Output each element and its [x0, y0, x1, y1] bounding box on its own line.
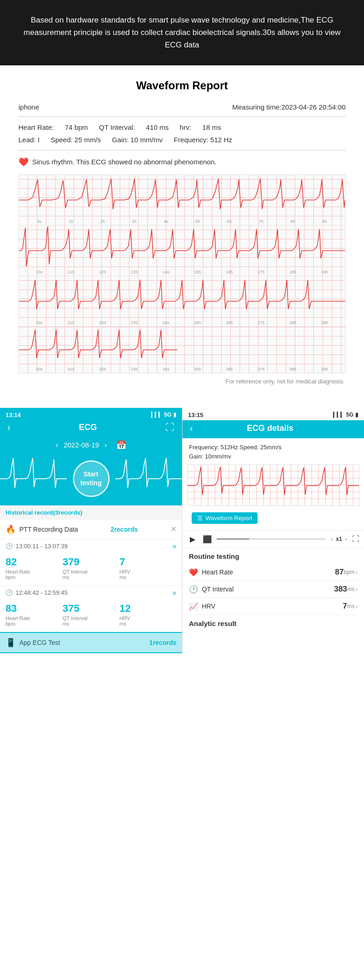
strip-labels-2: 10s11512513514s155165175185195 [19, 270, 345, 274]
hr-label: Heart Rate: [18, 123, 54, 131]
r1-hr-label: Heart Rate [6, 569, 30, 574]
banner-text: Based on hardware standards for smart pu… [23, 16, 341, 49]
ptt-icon: 🔥 [6, 524, 16, 534]
r1-qt-label: QT Interval [63, 569, 88, 574]
speed-value: x1 [336, 536, 342, 542]
divider-2 [18, 150, 346, 151]
analytic-result-title: Analytic result [182, 615, 364, 629]
app-ecg-icon: 📱 [6, 638, 16, 648]
qt-metric-label: QT Interval [202, 586, 234, 593]
start-testing-button[interactable]: Start testing [73, 460, 110, 497]
fullscreen-icon[interactable]: ⛶ [352, 535, 359, 543]
record2-arrow[interactable]: » [172, 589, 176, 597]
record1-stats: 82 Heart Rate bpm 379 QT Interval ms 7 H… [0, 553, 182, 586]
date-prev-icon[interactable]: ‹ [56, 441, 58, 449]
report-section: Waveform Report iphone Measuring time:20… [0, 65, 364, 408]
right-phone-header: ‹ ECG details [182, 420, 364, 438]
record1-time: 13:00:11 - 13:07:39 [16, 543, 68, 550]
clock-icon-2: 🕐 [6, 589, 13, 596]
historical-section: Historical record(3records) [0, 505, 182, 520]
r1-hr-value: 82 [6, 556, 17, 568]
ptt-record-group: 🔥 PTT Recording Data 2records ✕ 🕐 13:00:… [0, 520, 182, 632]
r1-hr-unit: bpm [6, 574, 15, 580]
hrv-metric-icon: 📈 [189, 602, 198, 611]
speed-prev-icon[interactable]: ‹ [329, 535, 334, 543]
date-nav: ‹ 2022-08-19 › 📅 [0, 436, 182, 452]
hr-value: 74 bpm [65, 123, 88, 131]
r2-hrv-value: 12 [119, 603, 130, 615]
hrv-label: hrv: [180, 123, 191, 131]
left-status-bar: 13:14 ▎▎▎ 5G ▮ [0, 408, 182, 420]
calendar-icon[interactable]: 📅 [116, 440, 126, 450]
right-signal-bars: ▎▎▎ [333, 412, 344, 418]
qt-metric-value: 383 ms › [334, 585, 358, 594]
measuring-time: Measuring time:2023-04-26 20:54:00 [232, 103, 346, 111]
ecg-strip-2: 10s11512513514s155165175185195 [19, 226, 345, 276]
speed-next-icon[interactable]: › [344, 535, 348, 543]
right-header-title: ECG details [247, 423, 294, 433]
ecg-strip-4: 30s31532533534s355365375385395 [19, 327, 345, 373]
play-button[interactable]: ▶ [187, 533, 198, 545]
qt-chevron-icon: › [355, 586, 358, 593]
top-banner: Based on hardware standards for smart pu… [0, 0, 364, 65]
left-header-title: ECG [79, 423, 97, 432]
left-back-icon[interactable]: ‹ [7, 422, 11, 433]
left-signal-bars: ▎▎▎ [151, 412, 162, 418]
right-battery-icon: ▮ [355, 412, 358, 418]
right-back-icon[interactable]: ‹ [190, 423, 193, 434]
phones-section: 13:14 ▎▎▎ 5G ▮ ‹ ECG ⛶ ‹ 2022-08-19 › 📅 [0, 408, 364, 653]
report-meta-row: iphone Measuring time:2023-04-26 20:54:0… [18, 103, 346, 111]
heart-icon: ❤️ [18, 157, 29, 167]
ptt-label: PTT Recording Data [19, 526, 78, 533]
frequency-speed-text: Frequency: 512Hz Speed: 25mm/s [189, 443, 358, 452]
clock-icon-1: 🕐 [6, 543, 13, 550]
ecg-chart-container: 0s1525354s5565758595 10s11512513514s1551… [18, 174, 346, 373]
qt-metric-row[interactable]: 🕐 QT Interval 383 ms › [189, 581, 358, 598]
hrv-chevron-icon: › [355, 603, 358, 610]
r1-hrv-unit: ms [119, 574, 126, 580]
share-icon[interactable]: ⛶ [165, 422, 175, 433]
waveform-report-icon: ☰ [197, 515, 203, 522]
ecg-strip-3: 20s21522523524s255265275285295 [19, 276, 345, 327]
progress-bar[interactable] [217, 538, 326, 540]
strip-labels-4: 30s31532533534s355365375385395 [19, 367, 345, 371]
record1-arrow[interactable]: » [172, 542, 176, 551]
waveform-report-button[interactable]: ☰ Waveform Report [192, 512, 258, 524]
date-text: 2022-08-19 [64, 441, 99, 449]
sinus-row: ❤️ Sinus rhythm. This ECG showed no abno… [18, 157, 346, 167]
left-phone-header: ‹ ECG ⛶ [0, 420, 182, 436]
hr-metric-value: 87 bpm › [335, 568, 358, 577]
app-ecg-group: 📱 App ECG Test 1records [0, 633, 182, 652]
ecg-strip-1: 0s1525354s5565758595 [19, 175, 345, 226]
date-next-icon[interactable]: › [105, 441, 107, 449]
app-ecg-label: App ECG Test [19, 639, 60, 646]
hrv-value: 18 ms [202, 123, 221, 131]
app-ecg-count: 1records [149, 639, 176, 646]
routine-testing-title: Routine testing [189, 552, 358, 560]
strip-labels-1: 0s1525354s5565758595 [19, 219, 345, 224]
hr-metric-row[interactable]: ❤️ Heart Rate 87 bpm › [189, 564, 358, 581]
hrv-metric-value: 7 ms › [343, 602, 358, 611]
hrv-metric-row[interactable]: 📈 HRV 7 ms › [189, 598, 358, 615]
right-status-bar: 13:15 ▎▎▎ 5G ▮ [182, 408, 364, 420]
r2-qt-value: 375 [63, 603, 80, 615]
historical-count: 3records [55, 509, 81, 516]
r2-qt-label: QT Interval [63, 615, 88, 621]
device-label: iphone [18, 103, 39, 111]
right-ecg-chart [187, 464, 359, 506]
r2-hrv-label: HRV [119, 615, 130, 621]
r1-hrv-label: HRV [119, 569, 130, 574]
r2-hr-value: 83 [6, 603, 17, 615]
report-stats-row: Heart Rate: 74 bpm QT Interval: 410 ms h… [18, 123, 346, 131]
record2-time: 12:48:42 - 12:59:45 [16, 589, 68, 596]
record2-stats: 83 Heart Rate bpm 375 QT Interval ms 12 … [0, 600, 182, 632]
speed-label: Speed: 25 mm/s [51, 136, 101, 144]
stop-button[interactable]: ⬛ [202, 533, 213, 545]
r2-hrv-unit: ms [119, 621, 126, 626]
ecg-wave-area: Start testing [0, 456, 182, 502]
hr-metric-icon: ❤️ [189, 568, 198, 577]
qt-label: QT Interval: [99, 123, 135, 131]
r1-hrv-value: 7 [119, 556, 125, 568]
ptt-close-icon[interactable]: ✕ [170, 525, 176, 533]
gain-text: Gain: 10mm/mv [189, 452, 358, 462]
